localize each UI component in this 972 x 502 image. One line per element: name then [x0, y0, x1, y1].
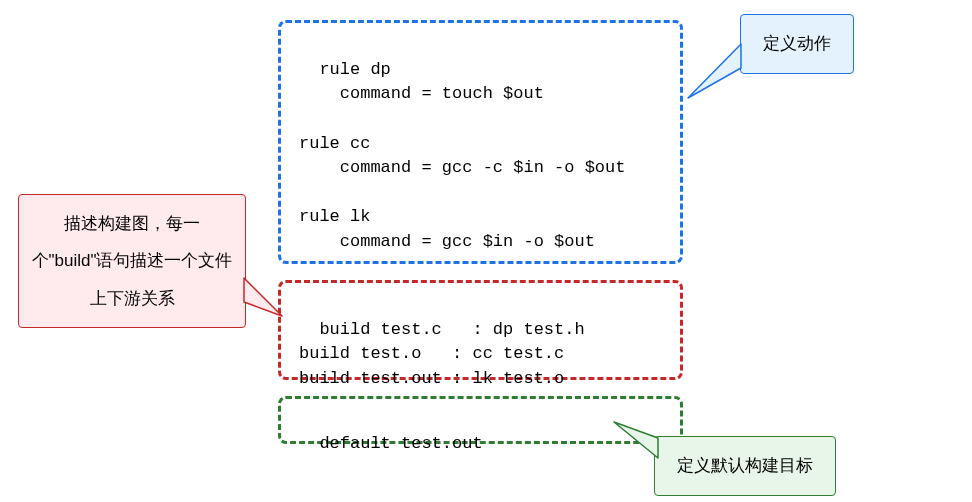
callout-blue-pointer-icon [684, 44, 742, 104]
svg-marker-2 [614, 422, 658, 458]
callout-red-pointer-icon [244, 278, 284, 320]
callout-green-text: 定义默认构建目标 [677, 456, 813, 475]
builds-code-box: build test.c : dp test.h build test.o : … [278, 280, 683, 380]
callout-build-graph: 描述构建图，每一个"build"语句描述一个文件上下游关系 [18, 194, 246, 328]
svg-marker-0 [688, 44, 741, 98]
callout-red-text: 描述构建图，每一个"build"语句描述一个文件上下游关系 [32, 214, 233, 308]
default-code: default test.out [319, 434, 482, 453]
svg-marker-1 [244, 278, 282, 316]
callout-default-target: 定义默认构建目标 [654, 436, 836, 496]
callout-blue-text: 定义动作 [763, 34, 831, 53]
callout-define-actions: 定义动作 [740, 14, 854, 74]
rules-code: rule dp command = touch $out rule cc com… [299, 60, 625, 251]
rules-code-box: rule dp command = touch $out rule cc com… [278, 20, 683, 264]
callout-green-pointer-icon [610, 418, 660, 458]
builds-code: build test.c : dp test.h build test.o : … [299, 320, 585, 388]
